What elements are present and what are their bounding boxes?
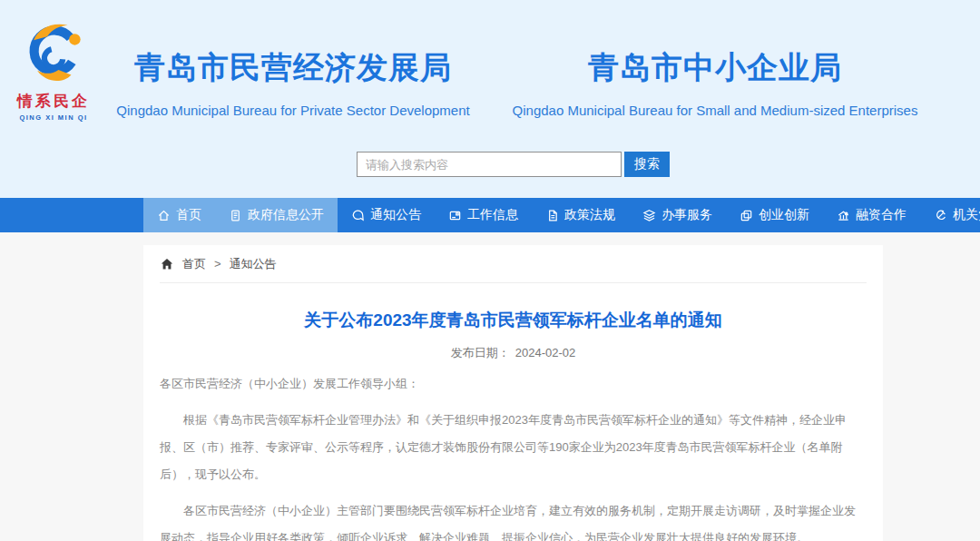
main-nav: 首页 政府信息公开 通知公告 工作信息 政策法规 (0, 198, 980, 232)
nav-item-party-building[interactable]: 机关党建 (920, 198, 980, 232)
page: 情系民企 QING XI MIN QI 青岛市民营经济发展局 Qingdao M… (0, 0, 980, 541)
bureau-right: 青岛市中小企业局 Qingdao Municipal Bureau for Sm… (499, 47, 931, 118)
breadcrumb-home-icon (160, 257, 174, 271)
nav-item-work-info[interactable]: 工作信息 (435, 198, 532, 232)
breadcrumb-current[interactable]: 通知公告 (230, 256, 277, 272)
article-paragraph: 根据《青岛市民营领军标杆企业管理办法》和《关于组织申报2023年度青岛市民营领军… (160, 407, 867, 488)
nav-item-innovation[interactable]: 创业创新 (726, 198, 823, 232)
article-date-label: 发布日期： (451, 346, 510, 359)
monitor-icon (448, 209, 462, 222)
nav-item-notices[interactable]: 通知公告 (338, 198, 435, 232)
nav-item-label: 创业创新 (759, 207, 809, 223)
nav-item-label: 融资合作 (856, 207, 906, 223)
content-card: 首页 > 通知公告 关于公布2023年度青岛市民营领军标杆企业名单的通知 发布日… (143, 245, 883, 541)
nav-item-home[interactable]: 首页 (143, 198, 215, 232)
nav-item-label: 政府信息公开 (248, 207, 324, 223)
bureau-logo-icon (18, 18, 89, 89)
nav-highlight-group: 首页 政府信息公开 (143, 198, 338, 232)
search-input[interactable] (357, 152, 622, 177)
bureau-left: 青岛市民营经济发展局 Qingdao Municipal Bureau for … (111, 47, 475, 118)
article-paragraph: 各区市民营经济（中小企业）发展工作领导小组： (160, 370, 867, 398)
nav-item-financing[interactable]: 融资合作 (823, 198, 920, 232)
nav-item-label: 工作信息 (467, 207, 518, 223)
party-icon (934, 209, 947, 222)
bank-icon (837, 209, 850, 222)
site-header: 情系民企 QING XI MIN QI 青岛市民营经济发展局 Qingdao M… (0, 0, 980, 198)
nav-item-label: 机关党建 (953, 207, 980, 223)
breadcrumb: 首页 > 通知公告 (160, 245, 867, 283)
nav-item-services[interactable]: 办事服务 (629, 198, 726, 232)
home-icon (157, 209, 171, 222)
nav-item-gov-info[interactable]: 政府信息公开 (215, 198, 338, 232)
nav-item-label: 办事服务 (662, 207, 712, 223)
comment-icon (351, 209, 365, 222)
site-logo: 情系民企 QING XI MIN QI (7, 18, 100, 122)
bureau-left-subtitle: Qingdao Municipal Bureau for Private Sec… (111, 103, 475, 118)
search-button[interactable]: 搜索 (624, 152, 670, 177)
article-date: 发布日期：2024-02-02 (160, 345, 867, 361)
bureau-right-subtitle: Qingdao Municipal Bureau for Small and M… (499, 103, 931, 118)
bureau-left-title: 青岛市民营经济发展局 (111, 47, 475, 89)
nav-inner: 首页 政府信息公开 通知公告 工作信息 政策法规 (143, 198, 980, 232)
article-body: 各区市民营经济（中小企业）发展工作领导小组： 根据《青岛市民营领军标杆企业管理办… (160, 370, 867, 541)
logo-slogan-cn: 情系民企 (7, 91, 100, 112)
nav-item-label: 首页 (176, 207, 201, 223)
file-icon (545, 209, 559, 222)
layers-icon (642, 209, 656, 222)
breadcrumb-separator: > (214, 257, 221, 270)
search-bar: 搜索 (357, 152, 670, 177)
copy-icon (740, 209, 753, 222)
logo-slogan-en: QING XI MIN QI (7, 113, 100, 122)
article-paragraph: 各区市民营经济（中小企业）主管部门要围绕民营领军标杆企业培育，建立有效的服务机制… (160, 497, 867, 541)
article-date-value: 2024-02-02 (515, 346, 576, 359)
nav-item-label: 通知公告 (370, 207, 421, 223)
nav-item-label: 政策法规 (564, 207, 615, 223)
nav-item-policies[interactable]: 政策法规 (532, 198, 629, 232)
breadcrumb-home[interactable]: 首页 (182, 256, 206, 272)
bureau-right-title: 青岛市中小企业局 (499, 47, 931, 89)
article-title: 关于公布2023年度青岛市民营领军标杆企业名单的通知 (160, 309, 867, 332)
document-icon (229, 209, 242, 222)
